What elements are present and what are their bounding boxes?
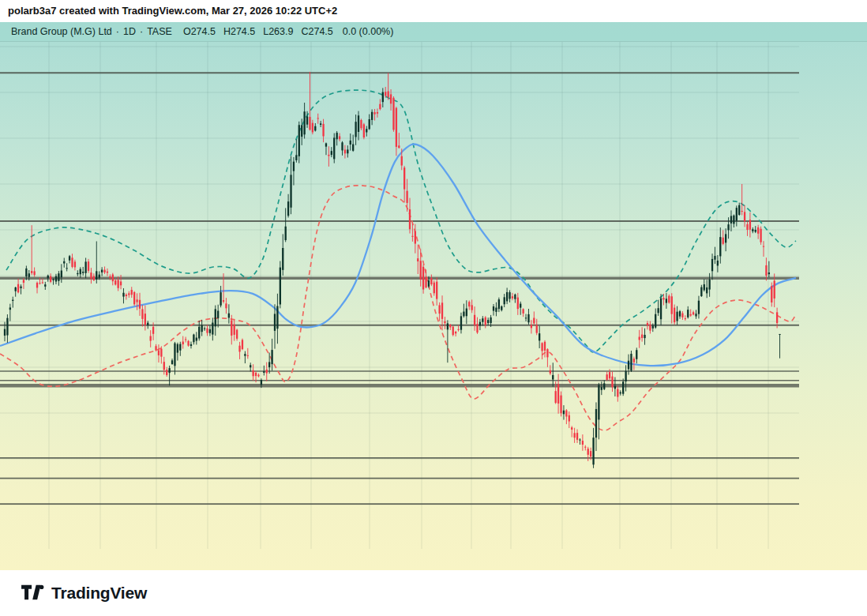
- ohlc-values: O274.5H274.5L263.9C274.50.0 (0.00%): [183, 26, 394, 37]
- tradingview-logo-icon[interactable]: [21, 583, 44, 603]
- open-value: 274.5: [191, 26, 216, 37]
- close-value: 274.5: [308, 26, 332, 37]
- interval-label[interactable]: 1D: [123, 26, 136, 37]
- exchange-label[interactable]: TASE: [147, 26, 172, 37]
- symbol-legend: Brand Group (M.G) Ltd·1D·TASEO274.5H274.…: [0, 22, 867, 42]
- chart-background: [0, 22, 867, 570]
- high-value: 274.5: [231, 26, 255, 37]
- tradingview-chart-screenshot: polarb3a7 created with TradingView.com, …: [0, 0, 867, 616]
- change-value: 0.0 (0.00%): [343, 26, 394, 37]
- tradingview-logo-text[interactable]: TradingView: [51, 584, 147, 603]
- footer-bar: TradingView: [0, 570, 867, 616]
- legend-separator: ·: [116, 26, 119, 37]
- attribution-text: polarb3a7 created with TradingView.com, …: [0, 0, 867, 22]
- low-value: 263.9: [268, 26, 293, 37]
- legend-separator: ·: [140, 26, 143, 37]
- chart-area[interactable]: Brand Group (M.G) Ltd·1D·TASEO274.5H274.…: [0, 22, 867, 570]
- high-label: H: [223, 26, 231, 37]
- symbol-title[interactable]: Brand Group (M.G) Ltd: [11, 26, 112, 37]
- price-chart-canvas[interactable]: [0, 22, 867, 570]
- open-label: O: [183, 26, 191, 37]
